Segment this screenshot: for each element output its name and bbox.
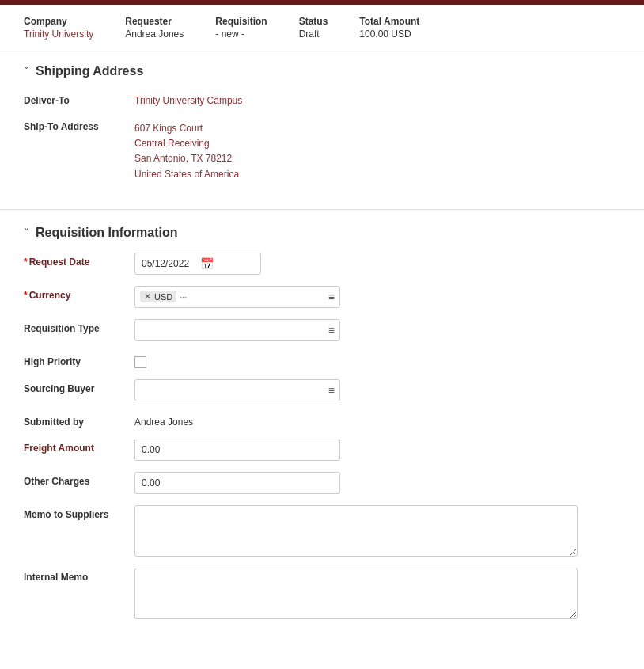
request-date-row: *Request Date 05/12/2022 📅	[24, 253, 620, 275]
high-priority-checkbox[interactable]	[134, 356, 146, 368]
internal-memo-row: Internal Memo	[24, 568, 620, 619]
requisition-value: - new -	[215, 29, 267, 40]
high-priority-label: High Priority	[24, 352, 127, 367]
submitted-by-label: Submitted by	[24, 412, 127, 428]
ship-to-address: 607 Kings Court Central Receiving San An…	[134, 117, 239, 182]
section-divider	[0, 209, 644, 210]
requisition-type-row: Requisition Type ≡	[24, 319, 620, 341]
requisition-type-select[interactable]: ≡	[134, 319, 340, 341]
freight-amount-input[interactable]	[134, 439, 340, 461]
other-charges-row: Other Charges	[24, 472, 620, 494]
status-label: Status	[299, 16, 328, 27]
freight-amount-row: Freight Amount	[24, 439, 620, 461]
deliver-to-label: Deliver-To	[24, 91, 127, 106]
total-amount-label: Total Amount	[359, 16, 419, 27]
request-date-value: 05/12/2022	[142, 258, 195, 269]
currency-select[interactable]: ✕ USD ··· ≡	[134, 286, 340, 308]
deliver-to-row: Deliver-To Trinity University Campus	[24, 91, 620, 106]
company-label: Company	[24, 16, 93, 27]
other-charges-label: Other Charges	[24, 472, 127, 487]
requisition-type-list-icon[interactable]: ≡	[328, 324, 335, 336]
memo-suppliers-row: Memo to Suppliers	[24, 505, 620, 557]
shipping-address-section: ˅ Shipping Address Deliver-To Trinity Un…	[0, 51, 644, 206]
requisition-type-label: Requisition Type	[24, 319, 127, 334]
ship-to-label: Ship-To Address	[24, 117, 127, 132]
requisition-field: Requisition - new -	[215, 16, 267, 40]
currency-label: *Currency	[24, 286, 127, 301]
submitted-by-value: Andrea Jones	[134, 412, 193, 428]
shipping-section-header: ˅ Shipping Address	[24, 64, 620, 78]
company-value: Trinity University	[24, 29, 93, 40]
request-date-required: *	[24, 257, 28, 268]
requester-field: Requester Andrea Jones	[125, 16, 184, 40]
requisition-section-header: ˅ Requisition Information	[24, 226, 620, 240]
currency-list-icon[interactable]: ≡	[328, 291, 335, 303]
high-priority-row: High Priority	[24, 352, 620, 368]
shipping-chevron-icon[interactable]: ˅	[24, 65, 29, 78]
memo-suppliers-textarea[interactable]	[134, 505, 578, 557]
internal-memo-label: Internal Memo	[24, 568, 127, 583]
currency-tag: ✕ USD	[140, 291, 176, 302]
requester-value: Andrea Jones	[125, 29, 184, 40]
currency-dots: ···	[180, 292, 187, 302]
address-line1: 607 Kings Court	[134, 121, 239, 136]
requester-label: Requester	[125, 16, 184, 27]
status-value: Draft	[299, 29, 328, 40]
freight-amount-label: Freight Amount	[24, 439, 127, 454]
header-info: Company Trinity University Requester And…	[0, 5, 644, 51]
requisition-label: Requisition	[215, 16, 267, 27]
requisition-chevron-icon[interactable]: ˅	[24, 226, 29, 239]
address-line3: San Antonio, TX 78212	[134, 151, 239, 166]
requisition-section-title: Requisition Information	[36, 226, 178, 240]
total-amount-value: 100.00 USD	[359, 29, 419, 40]
sourcing-buyer-label: Sourcing Buyer	[24, 379, 127, 394]
request-date-label: *Request Date	[24, 253, 127, 268]
total-amount-field: Total Amount 100.00 USD	[359, 16, 419, 40]
requisition-info-section: ˅ Requisition Information *Request Date …	[0, 213, 644, 643]
calendar-icon[interactable]: 📅	[200, 257, 254, 270]
deliver-to-value: Trinity University Campus	[134, 91, 242, 106]
status-field: Status Draft	[299, 16, 328, 40]
memo-suppliers-label: Memo to Suppliers	[24, 505, 127, 520]
other-charges-input[interactable]	[134, 472, 340, 494]
submitted-by-row: Submitted by Andrea Jones	[24, 412, 620, 428]
internal-memo-textarea[interactable]	[134, 568, 578, 619]
request-date-input[interactable]: 05/12/2022 📅	[134, 253, 261, 275]
currency-tag-value: USD	[154, 292, 172, 302]
shipping-section-title: Shipping Address	[36, 64, 143, 78]
sourcing-buyer-row: Sourcing Buyer ≡	[24, 379, 620, 401]
ship-to-row: Ship-To Address 607 Kings Court Central …	[24, 117, 620, 182]
sourcing-buyer-list-icon[interactable]: ≡	[328, 384, 335, 397]
currency-required: *	[24, 290, 28, 301]
currency-remove-icon[interactable]: ✕	[144, 291, 151, 302]
address-line4: United States of America	[134, 167, 239, 182]
sourcing-buyer-select[interactable]: ≡	[134, 379, 340, 401]
currency-row: *Currency ✕ USD ··· ≡	[24, 286, 620, 308]
company-field: Company Trinity University	[24, 16, 93, 40]
address-line2: Central Receiving	[134, 136, 239, 151]
